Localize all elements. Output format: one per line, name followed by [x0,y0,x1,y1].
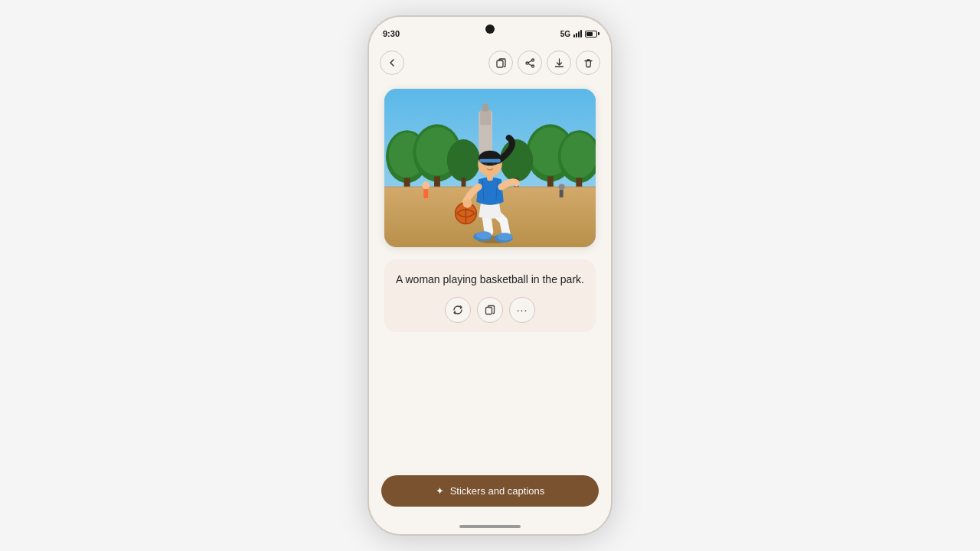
status-right: 5G [560,30,597,38]
battery-fill [586,32,593,36]
svg-point-2 [531,65,534,67]
stickers-bar[interactable]: ✦ Stickers and captions [381,475,599,507]
svg-rect-32 [560,190,564,197]
time-display: 9:30 [383,29,400,38]
svg-point-29 [422,181,430,189]
phone-shell: 9:30 5G [368,15,612,536]
basketball-image [384,89,596,247]
stickers-bar-icon: ✦ [436,485,444,497]
toolbar-left [380,51,404,75]
content-area: A woman playing basketball in the park. [369,81,611,475]
svg-point-36 [476,231,492,239]
svg-point-38 [498,233,513,240]
image-container [384,89,596,247]
caption-text: A woman playing basketball in the park. [396,272,584,288]
screen: A woman playing basketball in the park. [369,44,611,534]
copy-button[interactable] [488,51,513,75]
svg-line-4 [528,60,531,63]
regenerate-button[interactable] [445,297,471,323]
toolbar-right [488,51,600,75]
svg-rect-49 [486,308,492,315]
home-indicator [369,519,611,534]
copy-icon [496,58,506,68]
signal-icon [573,30,582,37]
scene: 9:30 5G [0,0,980,551]
svg-point-48 [463,199,472,208]
svg-rect-42 [479,159,501,163]
svg-point-44 [492,163,495,165]
svg-point-23 [447,139,480,181]
caption-copy-button[interactable] [477,297,503,323]
svg-point-1 [531,59,534,61]
download-button[interactable] [547,51,571,75]
svg-point-21 [561,132,596,178]
status-bar: 9:30 5G [369,17,611,44]
download-icon [554,58,564,68]
app-toolbar [369,44,611,81]
stickers-bar-label: Stickers and captions [450,485,545,497]
svg-line-5 [528,64,531,66]
svg-rect-0 [497,60,503,67]
home-bar [459,525,521,528]
svg-point-3 [526,62,528,64]
delete-icon [583,58,593,68]
camera-notch [485,24,495,34]
svg-rect-9 [480,110,491,126]
svg-rect-10 [482,104,488,112]
caption-actions: ··· [445,297,535,323]
battery-icon [585,31,597,37]
more-icon: ··· [517,305,528,315]
back-icon [387,58,397,67]
more-options-button[interactable]: ··· [509,297,535,323]
caption-card: A woman playing basketball in the park. [384,259,596,332]
basketball-scene-svg [384,89,596,247]
share-icon [525,58,535,68]
share-button[interactable] [518,51,542,75]
caption-copy-icon [485,305,495,315]
svg-point-43 [485,163,488,165]
regenerate-icon [452,305,463,315]
svg-rect-30 [423,189,428,198]
svg-point-31 [559,184,565,190]
delete-button[interactable] [576,51,600,75]
svg-point-25 [500,139,533,181]
network-indicator: 5G [560,30,570,38]
back-button[interactable] [380,51,404,75]
